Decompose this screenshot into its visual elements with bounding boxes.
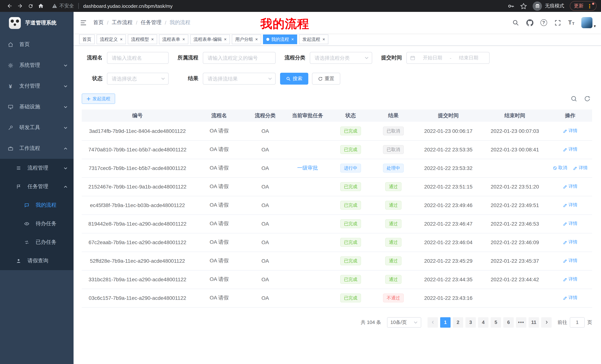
toggle-search-icon[interactable] [571,95,577,102]
date-start-placeholder[interactable]: 开始日期 [415,55,450,61]
home-button[interactable] [36,1,46,11]
status-select[interactable] [107,73,169,85]
sidebar-item-payment[interactable]: ¥ 支付管理 [0,76,74,96]
reload-button[interactable] [25,1,36,11]
detail-button[interactable]: 详情 [563,183,577,190]
view-tab[interactable]: 流程定义 × [97,35,126,44]
view-tab[interactable]: 我的流程 × [263,35,297,44]
current-task-link[interactable]: 一级审批 [297,165,318,171]
view-tab[interactable]: 用户分组 × [232,35,261,44]
sidebar-item-process-management[interactable]: 流程管理 [0,159,74,177]
page-size-select[interactable]: 10条/页 [387,317,421,327]
breadcrumb-item[interactable]: 工作流程 [112,19,133,26]
page-number-button[interactable]: 6 [503,317,514,327]
view-tab[interactable]: 发起流程 × [299,35,328,44]
sidebar-item-todo-tasks[interactable]: 待办任务 [0,214,74,233]
breadcrumb-item[interactable]: 首页 [93,19,104,26]
page-number-button[interactable]: 3 [465,317,476,327]
view-tab[interactable]: 流程表单 × [159,35,188,44]
page-number-button[interactable]: 2 [453,317,463,327]
detail-button[interactable]: 详情 [563,202,577,208]
browser-update-button[interactable]: 更新 ⋮ [570,1,597,11]
date-end-placeholder[interactable]: 结束日期 [451,55,486,61]
breadcrumb-item[interactable]: 任务管理 [141,19,161,26]
chevron-down-icon [63,166,68,170]
tab-close-icon[interactable]: × [120,37,123,42]
address-bar[interactable]: dashboard.yudao.iocoder.cn/bpm/task/my [83,3,503,9]
view-tab[interactable]: 首页 × [79,35,95,44]
reset-button[interactable]: 重置 [312,73,340,85]
tab-close-icon[interactable]: × [151,37,154,42]
logo-row[interactable]: 芋道管理系统 [0,12,74,34]
sidebar-item-done-tasks[interactable]: 已办任务 [0,233,74,252]
sidebar-item-workflow[interactable]: 工作流程 [0,138,74,159]
tab-close-icon[interactable]: × [291,37,294,42]
date-range-picker[interactable]: 开始日期 - 结束日期 [406,52,490,64]
view-tab[interactable]: 流程模型 × [128,35,157,44]
tab-close-icon[interactable]: × [224,37,227,42]
prev-page-button[interactable] [428,317,438,327]
create-process-button[interactable]: 发起流程 [82,94,115,104]
cancel-button[interactable]: 取消 [553,165,567,171]
search-icon[interactable] [512,19,519,26]
help-icon[interactable]: ? [540,19,547,26]
detail-button[interactable]: 详情 [563,220,577,227]
cell-category: OA [245,289,285,307]
back-button[interactable] [4,1,15,11]
cell-submit-time: 2022-01-22 23:43:16 [415,289,481,307]
detail-button[interactable]: 详情 [563,258,577,264]
detail-button[interactable]: 详情 [563,239,577,245]
page-number-button[interactable]: ••• [516,317,526,327]
github-icon[interactable] [526,19,533,26]
chrome-divider [78,3,79,9]
page-number-button[interactable]: 1 [440,317,451,327]
browser-menu-icon[interactable]: ⋮ [587,3,592,9]
detail-button[interactable]: 详情 [573,165,588,171]
cell-process-id: ec45f38f-7b9a-11ec-b03b-acde48001122 [82,196,193,214]
font-size-icon[interactable]: TT [568,20,574,26]
refresh-icon [318,76,323,81]
tab-close-icon[interactable]: × [182,37,185,42]
sidebar-toggle-button[interactable] [74,19,93,26]
detail-button[interactable]: 详情 [563,295,577,301]
page-number-button[interactable]: 5 [491,317,501,327]
cell-end-time: 2022-01-23 00:07:03 [481,122,548,140]
refresh-icon[interactable] [584,95,591,102]
goto-page-input[interactable] [570,317,585,327]
status-label: 状态 [82,75,107,82]
fullscreen-icon[interactable] [554,19,561,26]
view-tab[interactable]: 流程表单-编辑 × [190,35,230,44]
tab-label: 流程模型 [131,36,149,42]
sidebar-item-task-management[interactable]: 任务管理 [0,177,74,196]
cell-status: 进行中 [330,159,371,177]
detail-button[interactable]: 详情 [563,146,577,153]
search-button[interactable]: 搜索 [280,73,308,85]
incognito-chip[interactable]: 无痕模式 [533,1,564,10]
sidebar-item-devtools[interactable]: 研发工具 [0,117,74,138]
user-menu[interactable]: ▾ [581,17,596,28]
sidebar-item-leave-query[interactable]: 请假查询 [0,252,74,270]
sidebar-item-my-process[interactable]: 我的流程 [0,196,74,214]
table-header-row: 编号流程名流程分类当前审批任务状态结果提交时间结束时间操作 [82,109,592,122]
tab-close-icon[interactable]: × [322,37,325,42]
page-number-button[interactable]: 11 [529,317,539,327]
page-number-button[interactable]: 4 [478,317,489,327]
result-select[interactable] [203,73,276,85]
pagination: 共 104 条 10条/页 123456•••11 [82,317,592,327]
sidebar-item-home[interactable]: 首页 [0,34,74,55]
process-name-input[interactable] [107,52,169,64]
key-icon[interactable] [507,2,514,10]
next-page-button[interactable] [541,317,551,327]
tab-close-icon[interactable]: × [255,37,258,42]
detail-button[interactable]: 详情 [563,128,577,134]
definition-input[interactable] [203,52,276,64]
detail-button[interactable]: 详情 [563,276,577,283]
result-tag: 已取消 [383,145,404,154]
bookmark-star-icon[interactable] [520,2,527,10]
security-chip[interactable]: 不安全 [52,3,74,9]
edit-icon [563,296,567,300]
sidebar-item-system[interactable]: 系统管理 [0,55,74,76]
forward-button[interactable] [15,1,25,11]
sidebar-item-infrastructure[interactable]: 基础设施 [0,96,74,117]
category-select[interactable] [310,52,372,64]
